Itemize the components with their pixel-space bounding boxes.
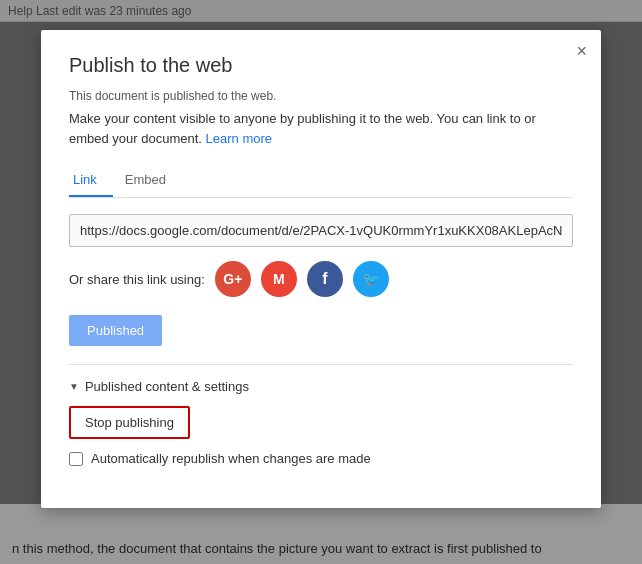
tab-embed[interactable]: Embed [121, 164, 182, 197]
auto-republish-row: Automatically republish when changes are… [69, 451, 573, 466]
publish-modal: × Publish to the web This document is pu… [41, 30, 601, 508]
close-button[interactable]: × [576, 42, 587, 60]
settings-section: ▼ Published content & settings Stop publ… [69, 379, 573, 466]
modal-overlay: × Publish to the web This document is pu… [0, 0, 642, 564]
facebook-button[interactable]: f [307, 261, 343, 297]
auto-republish-checkbox[interactable] [69, 452, 83, 466]
tab-link[interactable]: Link [69, 164, 113, 197]
settings-header[interactable]: ▼ Published content & settings [69, 379, 573, 394]
settings-header-label: Published content & settings [85, 379, 249, 394]
auto-republish-label: Automatically republish when changes are… [91, 451, 371, 466]
share-row: Or share this link using: G+ M f 🐦 [69, 261, 573, 297]
publish-status: This document is published to the web. [69, 89, 573, 103]
modal-description: Make your content visible to anyone by p… [69, 109, 573, 148]
published-button[interactable]: Published [69, 315, 162, 346]
collapse-icon: ▼ [69, 381, 79, 392]
tabs-container: Link Embed [69, 164, 573, 198]
modal-title: Publish to the web [69, 54, 573, 77]
google-plus-button[interactable]: G+ [215, 261, 251, 297]
stop-publishing-button[interactable]: Stop publishing [69, 406, 190, 439]
twitter-button[interactable]: 🐦 [353, 261, 389, 297]
share-label: Or share this link using: [69, 272, 205, 287]
url-input[interactable] [69, 214, 573, 247]
learn-more-link[interactable]: Learn more [206, 131, 272, 146]
description-text: Make your content visible to anyone by p… [69, 111, 536, 146]
divider [69, 364, 573, 365]
gmail-button[interactable]: M [261, 261, 297, 297]
